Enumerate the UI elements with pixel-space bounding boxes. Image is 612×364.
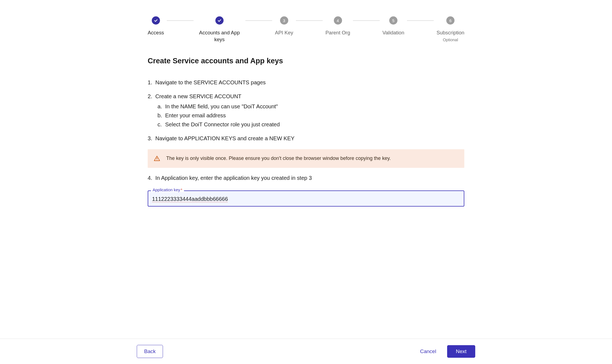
step-accounts-app-keys[interactable]: Accounts and App keys [196,16,243,43]
instruction-2-text: Create a new SERVICE ACCOUNT [155,93,241,99]
step-label: Accounts and App keys [196,29,243,43]
instruction-2b: Enter your email address [158,111,464,120]
instruction-2a: In the NAME field, you can use "DoiT Acc… [158,102,464,111]
step-label: API Key [275,29,293,36]
step-label: Validation [382,29,404,36]
check-icon [215,16,224,25]
step-parent-org: 4 Parent Org [325,16,350,36]
step-label: Access [148,29,164,36]
page-title: Create Service accounts and App keys [148,57,464,65]
step-number: 4 [334,16,342,25]
instruction-2: Create a new SERVICE ACCOUNT In the NAME… [148,92,464,129]
back-button[interactable]: Back [137,345,163,358]
step-number: 5 [389,16,397,25]
instruction-2c: Select the DoiT Connector role you just … [158,120,464,129]
step-connector [353,20,380,21]
step-connector [407,20,434,21]
step-connector [296,20,323,21]
step-number: 6 [446,16,454,25]
warning-icon [154,155,160,162]
check-icon [152,16,160,25]
svg-point-1 [157,160,157,160]
application-key-label: Application key* [151,187,184,192]
step-label: Subscription [436,29,464,36]
warning-banner: The key is only visible once. Please ens… [148,149,464,168]
step-api-key: 3 API Key [275,16,293,36]
application-key-input[interactable] [148,190,464,207]
step-validation: 5 Validation [382,16,404,36]
application-key-field-wrap: Application key* [148,190,464,207]
instruction-4: In Application key, enter the applicatio… [148,174,464,182]
step-number: 3 [280,16,288,25]
step-access[interactable]: Access [148,16,164,36]
warning-text: The key is only visible once. Please ens… [166,155,391,162]
step-connector [245,20,272,21]
stepper: Access Accounts and App keys 3 API Key 4… [148,16,464,43]
instruction-3: Navigate to APPLICATION KEYS and create … [148,134,464,143]
instructions: Navigate to the SERVICE ACCOUNTS pages C… [148,78,464,182]
step-subscription: 6 Subscription Optional [436,16,464,42]
step-connector [167,20,194,21]
cancel-button[interactable]: Cancel [418,345,438,358]
step-label: Parent Org [325,29,350,36]
next-button[interactable]: Next [447,345,475,358]
instruction-1: Navigate to the SERVICE ACCOUNTS pages [148,78,464,87]
step-sublabel: Optional [443,37,458,42]
footer: Back Cancel Next [0,339,612,364]
